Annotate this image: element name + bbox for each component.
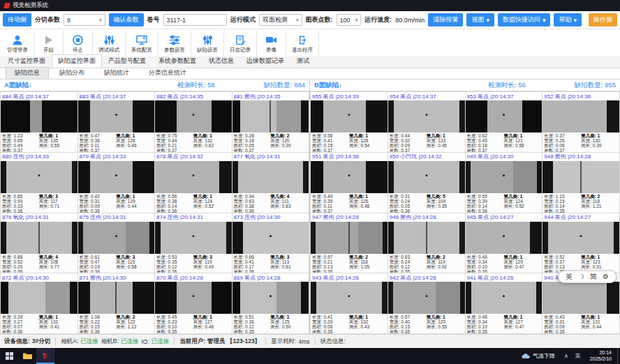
defect-cell[interactable]: 873 压伤 |20:14:30长度: 0.66宽度: 0.41面积: 0.17… [232, 213, 309, 273]
defect-cell[interactable]: 880 压伤 |20:14:33长度: 0.85宽度: 0.59面积: 0.33… [1, 153, 78, 213]
defect-metrics-left: 长度: 0.88宽度: 0.52面积: 0.29米数: 0.36 [2, 255, 39, 273]
action-button-user[interactable]: 管理登录 [1, 31, 34, 56]
defect-gray: 灰度: 113 [270, 259, 307, 264]
defect-cell[interactable]: 879 黑点 |20:14:33长度: 0.42宽度: 0.31面积: 0.09… [78, 153, 155, 213]
tab-4[interactable]: 状态信息 [202, 54, 240, 68]
tab-5[interactable]: 边缘数据记录 [240, 54, 290, 68]
gear-icon[interactable]: ⚙ [603, 273, 609, 280]
action-button-exit[interactable]: 退出程序 [286, 31, 319, 56]
defect-cell[interactable]: 874 压伤 |20:14:31长度: 0.53宽度: 0.35面积: 0.12… [155, 213, 232, 273]
defect-cell[interactable]: 955 黑点 |20:14:39长度: 0.58宽度: 0.41面积: 0.15… [311, 92, 388, 152]
defect-cell-header: 871 擦伤 |20:14:30 [78, 273, 155, 282]
defect-thumbnail [1, 100, 78, 132]
defect-cell[interactable]: 951 黑点 |20:14:36长度: 0.49宽度: 0.35面积: 0.11… [311, 153, 388, 213]
file-explorer-icon[interactable] [18, 348, 36, 364]
action-button-stop[interactable]: 停止 [64, 31, 93, 56]
start-button[interactable] [0, 348, 18, 364]
defect-cell[interactable]: 943 黑点 |20:14:26长度: 0.41宽度: 0.29面积: 0.08… [311, 273, 388, 333]
subtab-1[interactable]: 缺陷分布 [50, 67, 94, 79]
tab-1[interactable]: 缺陷监控界面 [52, 54, 102, 68]
defect-cell[interactable]: 882 黑点 |20:14:35长度: 0.75宽度: 0.44面积: 0.21… [155, 92, 232, 152]
defect-cell-header: 942 黑点 |20:14:26 [388, 273, 465, 282]
help-menu-button[interactable]: 帮助▾ [554, 13, 582, 26]
slit-count-select[interactable]: 8▾ [64, 14, 105, 26]
defect-cell-info: 长度: 0.51宽度: 0.36面积: 0.12米数: 0.35第几类: 1灰度… [232, 314, 309, 333]
subtab-2[interactable]: 缺陷统计 [95, 67, 138, 79]
tab-2[interactable]: 产品型号配置 [102, 54, 152, 68]
defect-cell[interactable]: 954 黑点 |20:14:37长度: 0.44宽度: 0.32面积: 0.09… [388, 92, 465, 152]
drive-side-button[interactable]: 传动侧 [3, 13, 31, 26]
defect-cell-header: 951 黑点 |20:14:36 [311, 153, 388, 161]
action-button-sliders-h[interactable]: 参数设置 [158, 31, 191, 56]
defect-width: 宽度: 0.47 [80, 259, 117, 264]
weather-widget[interactable]: 气温下降 [516, 352, 561, 360]
clear-alarm-button[interactable]: 清除报警 [428, 13, 463, 26]
data-access-menu-button[interactable]: 数据快捷访问▾ [498, 13, 551, 26]
ime-simplified[interactable]: 简 [590, 273, 597, 280]
defect-cell[interactable]: 877 氧化 |20:14:31长度: 0.94宽度: 0.63面积: 0.38… [232, 153, 309, 213]
run-mode-select[interactable]: 双面检测▾ [259, 14, 302, 26]
subtab-0[interactable]: 缺陷信息 [6, 67, 49, 79]
defect-cell[interactable]: 878 黑点 |20:14:32长度: 0.56宽度: 0.38面积: 0.14… [155, 153, 232, 213]
action-button-camera[interactable]: 录像 [257, 31, 286, 56]
defect-class: 第几类: 1 [349, 314, 386, 319]
action-button-monitor[interactable]: 系统配置 [126, 31, 158, 56]
defect-cell-header: 945 黑点 |20:14:27 [466, 213, 542, 222]
tray-expander[interactable]: ∧ [561, 353, 572, 359]
confirm-count-button[interactable]: 确认条数 [109, 13, 144, 26]
ime-indicator[interactable]: 英 [572, 352, 584, 360]
defect-cell[interactable]: 872 黑点 |20:14:30长度: 0.39宽度: 0.27面积: 0.07… [1, 273, 78, 333]
defect-gray: 灰度: 120 [427, 319, 464, 324]
chart-points-select[interactable]: 100▾ [337, 14, 362, 26]
defect-cell[interactable]: 949 黑点 |20:14:30长度: 0.55宽度: 0.39面积: 0.14… [466, 153, 542, 213]
moon-icon[interactable]: ☽ [578, 273, 584, 280]
tab-6[interactable]: 测试 [290, 54, 316, 68]
operate-side-button[interactable]: 操作侧 [589, 13, 617, 26]
status-label: IO: [141, 338, 149, 345]
defect-width: 宽度: 0.21 [312, 259, 349, 264]
defect-class: 第几类: 2 [270, 133, 307, 138]
action-button-tune[interactable]: 调试模式 [93, 31, 126, 56]
defect-cell[interactable]: 952 黑点 |20:14:36长度: 0.37宽度: 0.26面积: 0.06… [542, 92, 619, 152]
taskbar-clock[interactable]: 20:14 2025/2/10 [584, 350, 617, 362]
user-icon [12, 33, 23, 46]
defect-cell[interactable]: 871 擦伤 |20:14:30长度: 1.08宽度: 0.22面积: 0.15… [78, 273, 155, 333]
defect-cell[interactable]: 876 氧化 |20:14:31长度: 0.88宽度: 0.52面积: 0.29… [1, 213, 78, 273]
defect-metrics-right: 第几类: 4灰度: 108周长: 0.77 [39, 255, 76, 273]
defect-cell[interactable]: 942 黑点 |20:14:26长度: 0.57宽度: 0.40面积: 0.15… [388, 273, 465, 333]
defect-cell[interactable]: 947 擦伤 |20:14:28长度: 0.97宽度: 0.21面积: 0.13… [311, 213, 388, 273]
defect-cell[interactable]: 945 黑点 |20:14:27长度: 0.46宽度: 0.34面积: 0.10… [466, 213, 542, 273]
roll-number-label: 卷号 [147, 15, 160, 24]
defect-cell[interactable]: 870 黑点 |20:14:28长度: 0.45宽度: 0.33面积: 0.10… [155, 273, 232, 333]
subtab-3[interactable]: 分类信息统计 [140, 67, 195, 79]
action-button-play[interactable]: 开始 [34, 31, 64, 56]
tab-3[interactable]: 系统参数配置 [152, 54, 202, 68]
view-menu-button[interactable]: 视图▾ [466, 13, 494, 26]
defect-cell[interactable]: 875 压伤 |20:14:31长度: 0.61宽度: 0.47面积: 0.19… [78, 213, 155, 273]
ime-lang-en[interactable]: 英 [566, 273, 573, 280]
defect-cell[interactable]: 883 黑点 |20:14:37长度: 0.47宽度: 0.36面积: 0.11… [78, 92, 155, 152]
status-value: 已连接 [121, 338, 139, 346]
action-button-sliders-v[interactable]: 缺陷设置 [191, 31, 224, 56]
defect-cell[interactable]: 941 黑点 |20:14:26长度: 0.48宽度: 0.34面积: 0.10… [466, 273, 542, 333]
defect-cell[interactable]: 953 黑点 |20:14:37长度: 0.62宽度: 0.45面积: 0.18… [466, 92, 542, 152]
action-button-journal[interactable]: 日志记录 [224, 31, 257, 56]
defect-cell[interactable]: 884 黑点 |20:14:37长度: 1.23宽度: 0.65面积: 0.49… [1, 92, 78, 152]
show-desktop-button[interactable] [617, 348, 620, 364]
defect-meter: 米数: 0.37 [544, 148, 581, 152]
detection-app-icon[interactable] [36, 348, 54, 364]
defect-cell[interactable]: 948 擦伤 |20:14:28长度: 1.15宽度: 0.19面积: 0.14… [542, 153, 619, 213]
defect-cell-info: 长度: 0.46宽度: 0.34面积: 0.10米数: 0.35第几类: 1灰度… [466, 254, 542, 273]
defect-metrics-left: 长度: 0.53宽度: 0.35面积: 0.12米数: 0.36 [156, 255, 193, 273]
defect-cell[interactable]: 946 擦伤 |20:14:28长度: 0.83宽度: 0.24面积: 0.12… [388, 213, 465, 273]
roll-number-input[interactable]: 3117-1 [163, 14, 227, 26]
tab-0[interactable]: 尺寸监控界面 [1, 54, 52, 68]
defect-cell[interactable]: 944 黑点 |20:14:27长度: 0.52宽度: 0.37面积: 0.13… [542, 213, 619, 273]
defect-cell-header: 944 黑点 |20:14:27 [542, 213, 619, 222]
defect-cell[interactable]: 950 小凹坑 |20:14:32长度: 0.31宽度: 0.24面积: 0.0… [388, 153, 465, 213]
defect-thumbnail [542, 100, 619, 132]
sliders-v-icon [202, 33, 213, 46]
defect-length: 长度: 0.52 [544, 255, 581, 259]
defect-cell[interactable]: 881 擦伤 |20:14:35长度: 0.28宽度: 0.18面积: 0.05… [232, 92, 309, 152]
defect-cell[interactable]: 869 黑点 |20:14:28长度: 0.51宽度: 0.36面积: 0.12… [232, 273, 309, 333]
